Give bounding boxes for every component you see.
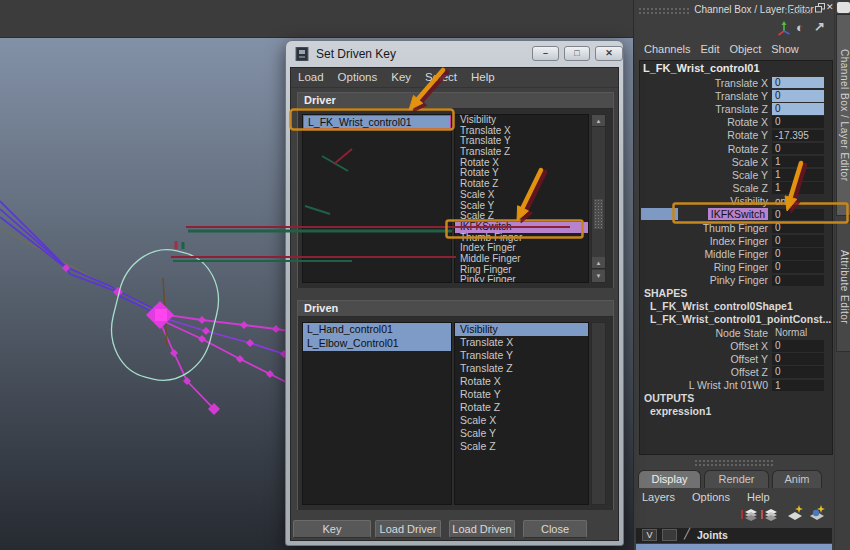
- layer-row-selected-partial[interactable]: [636, 544, 832, 550]
- shape-node-name[interactable]: L_FK_Wrist_control0Shape1: [640, 300, 832, 313]
- channel-value-field[interactable]: 1: [772, 169, 824, 181]
- channel-label[interactable]: Ring Finger: [640, 261, 772, 273]
- channel-label[interactable]: Offset X: [640, 340, 772, 352]
- tab-display[interactable]: Display: [638, 470, 701, 488]
- key-button[interactable]: Key: [293, 520, 371, 538]
- dock-drag-handle-left[interactable]: [638, 7, 690, 15]
- channel-label[interactable]: Translate Y: [640, 90, 772, 102]
- new-layer-from-selected-icon[interactable]: [808, 505, 826, 522]
- channel-label[interactable]: Thumb Finger: [640, 222, 772, 234]
- channel-label[interactable]: Visibility: [640, 195, 772, 207]
- panel-splitter-handle[interactable]: [694, 459, 774, 467]
- driver-attribute[interactable]: Scale X: [455, 190, 588, 201]
- load-driven-button[interactable]: Load Driven: [449, 520, 515, 538]
- channel-value-field[interactable]: 0: [772, 222, 824, 234]
- menu-object[interactable]: Object: [729, 43, 761, 55]
- channel-value-field[interactable]: on: [772, 196, 824, 208]
- channel-value-field[interactable]: 0: [772, 235, 824, 247]
- channel-value-field[interactable]: 0: [772, 90, 824, 102]
- scroll-down-button[interactable]: ▼: [592, 270, 605, 282]
- close-button[interactable]: Close: [523, 520, 587, 538]
- channel-label[interactable]: Rotate X: [640, 116, 772, 128]
- shape-node-name[interactable]: L_FK_Wrist_control01_pointConst...: [640, 313, 832, 326]
- channel-label[interactable]: Scale Y: [640, 169, 772, 181]
- channel-value-field[interactable]: -17.395: [772, 130, 824, 142]
- select-arrow-icon[interactable]: ↗: [814, 19, 825, 34]
- scroll-up-button[interactable]: ▲: [592, 257, 605, 269]
- driven-attribute[interactable]: Rotate Y: [455, 388, 588, 401]
- menu-help[interactable]: Help: [471, 71, 495, 87]
- driven-attribute-selected[interactable]: Visibility: [455, 323, 588, 336]
- layer-playback-toggle[interactable]: [662, 529, 677, 541]
- menu-channels[interactable]: Channels: [644, 43, 690, 55]
- layer-row[interactable]: V ╱ Joints: [636, 528, 832, 543]
- driver-attribute-selected[interactable]: IKFKSwitch: [455, 222, 588, 233]
- load-driver-button[interactable]: Load Driver: [375, 520, 441, 538]
- move-tool-icon[interactable]: [776, 21, 792, 38]
- channel-label[interactable]: Rotate Z: [640, 143, 772, 155]
- driver-attribute[interactable]: Pinky Finger: [455, 275, 588, 283]
- driven-attribute[interactable]: Scale Y: [455, 427, 588, 440]
- move-layer-down-icon[interactable]: [761, 507, 778, 522]
- menu-select[interactable]: Select: [425, 71, 457, 87]
- dock-close-icon[interactable]: ✕: [826, 2, 834, 12]
- driven-attribute[interactable]: Translate Z: [455, 362, 588, 375]
- layer-name[interactable]: Joints: [697, 529, 728, 541]
- channel-value-field[interactable]: 0: [772, 103, 824, 115]
- menu-key[interactable]: Key: [391, 71, 411, 87]
- window-titlebar[interactable]: Set Driven Key – □ ✕: [286, 41, 623, 67]
- driven-attribute[interactable]: Translate X: [455, 336, 588, 349]
- menu-options[interactable]: Options: [692, 491, 730, 503]
- driven-object-item[interactable]: L_Hand_control01: [303, 323, 451, 337]
- channel-label[interactable]: L Wrist Jnt 01W0: [640, 379, 772, 391]
- channel-label[interactable]: Translate Z: [640, 103, 772, 115]
- close-button[interactable]: ✕: [595, 46, 623, 61]
- channel-value-field[interactable]: 0: [772, 353, 824, 365]
- dock-drag-handle-right[interactable]: [784, 7, 812, 15]
- driven-object-item[interactable]: L_Elbow_Control01: [303, 337, 451, 351]
- driver-object-item[interactable]: L_FK_Wrist_control01: [303, 115, 451, 129]
- minimize-button[interactable]: –: [532, 46, 559, 61]
- move-layer-up-icon[interactable]: [741, 507, 758, 522]
- channel-value-field[interactable]: 0: [772, 248, 824, 260]
- menu-layers[interactable]: Layers: [642, 491, 675, 503]
- scroll-up-button[interactable]: ▲: [592, 115, 605, 127]
- tab-render[interactable]: Render: [704, 470, 769, 488]
- channel-label[interactable]: Node State: [640, 327, 772, 339]
- channel-value-field[interactable]: 0: [772, 209, 824, 221]
- key-mode-icon[interactable]: ◐: [796, 20, 804, 35]
- channel-value-field[interactable]: 1: [772, 182, 824, 194]
- output-node-name[interactable]: expression1: [640, 405, 832, 418]
- maximize-button[interactable]: □: [564, 46, 590, 61]
- channel-node-name[interactable]: L_FK_Wrist_control01: [640, 61, 832, 76]
- channel-value-field[interactable]: 0: [772, 261, 824, 273]
- driver-list-scrollbar[interactable]: ▲ ▲ ▼: [591, 114, 606, 283]
- channel-label[interactable]: Scale Z: [640, 182, 772, 194]
- channel-value-field[interactable]: 0: [772, 340, 824, 352]
- scroll-thumb[interactable]: [594, 199, 603, 229]
- tab-attribute-editor[interactable]: Attribute Editor: [836, 222, 850, 352]
- channel-value-field[interactable]: 0: [772, 77, 824, 89]
- dock-restore-icon[interactable]: [815, 3, 826, 14]
- channel-value-field[interactable]: 1: [772, 156, 824, 168]
- tab-channel-box[interactable]: Channel Box / Layer Editor: [836, 14, 850, 216]
- tab-anim[interactable]: Anim: [772, 470, 822, 488]
- channel-label[interactable]: Index Finger: [640, 235, 772, 247]
- driven-attribute[interactable]: Rotate Z: [455, 401, 588, 414]
- channel-value-field[interactable]: 0: [772, 143, 824, 155]
- channel-value-field[interactable]: 0: [772, 275, 824, 287]
- driven-attribute[interactable]: Translate Y: [455, 349, 588, 362]
- driven-attribute[interactable]: Rotate X: [455, 375, 588, 388]
- channel-value-field[interactable]: 0: [772, 366, 824, 378]
- menu-edit[interactable]: Edit: [700, 43, 719, 55]
- channel-label[interactable]: Offset Z: [640, 366, 772, 378]
- menu-options[interactable]: Options: [338, 71, 378, 87]
- new-empty-layer-icon[interactable]: [786, 505, 804, 522]
- menu-show[interactable]: Show: [771, 43, 799, 55]
- channel-value-field[interactable]: Normal: [772, 327, 824, 339]
- driven-attribute[interactable]: Scale Z: [455, 440, 588, 453]
- channel-label[interactable]: Scale X: [640, 156, 772, 168]
- channel-label[interactable]: Rotate Y: [640, 129, 772, 141]
- layer-visibility-toggle[interactable]: V: [642, 529, 657, 541]
- channel-label[interactable]: Middle Finger: [640, 248, 772, 260]
